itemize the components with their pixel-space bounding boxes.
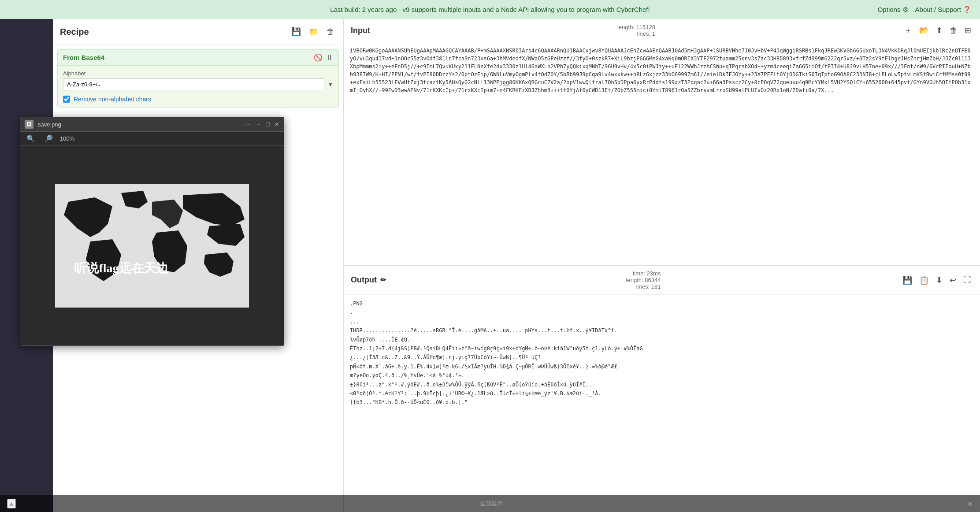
output-lines-value: 181 — [651, 283, 661, 290]
output-line: <Ø³oô¦Ó³.*.écK¹Y²: ..þ.9ÞÎcþ[.¿}'ÜB©~K¿.… — [350, 389, 974, 398]
output-save-icon: 💾 — [902, 276, 912, 285]
recipe-save-button[interactable]: 💾 — [290, 25, 303, 38]
operation-body: Alphabet ▼ Remove non-alphabet chars — [58, 66, 338, 107]
recipe-title: Recipe — [60, 27, 89, 37]
input-stats: length: 115128 lines: 1 — [617, 24, 655, 37]
input-length-value: 115128 — [636, 24, 655, 30]
folder-icon: 📁 — [309, 27, 319, 36]
checkbox-row: Remove non-alphabet chars — [63, 96, 333, 103]
grid-icon: ⊞ — [965, 26, 971, 35]
output-length-stat: length: 86344 — [626, 277, 661, 283]
alphabet-label: Alphabet — [63, 70, 333, 77]
block-icon: 🚫 — [314, 54, 323, 61]
input-lines-value: 1 — [652, 30, 655, 37]
output-content[interactable]: .PNG....IHDR...............?é.....sRGB.°… — [344, 295, 980, 512]
input-lines-label: lines: — [637, 30, 652, 37]
pause-icon: ⏸ — [326, 54, 333, 61]
wand-icon[interactable]: ✏ — [380, 276, 386, 284]
right-panels: Input length: 115128 lines: 1 ＋ 📂 — [344, 19, 980, 512]
output-line: ÊThz..1¡2÷7.d(4j&S¦PB#.¹QsiÐLQ4Ëïï»z°ã~ï… — [350, 344, 974, 353]
input-add-button[interactable]: ＋ — [902, 23, 914, 37]
zoom-in-icon: 🔎 — [44, 135, 53, 142]
recipe-folder-button[interactable]: 📁 — [307, 25, 320, 38]
download-icon: ⬇ — [936, 276, 943, 285]
options-link[interactable]: Options ⚙ — [878, 6, 908, 14]
output-line: ... — [350, 317, 974, 326]
image-viewer: 🖼 save.png ··· － □ ✕ 🔍 🔎 100% — [20, 117, 284, 346]
output-expand-button[interactable]: ⛶ — [961, 274, 973, 286]
folder-open-icon: 📂 — [919, 26, 929, 35]
output-toolbar: 💾 📋 ⬇ ↩ ⛶ — [901, 274, 973, 287]
copy-icon: 📋 — [919, 276, 929, 285]
output-title: Output ✏ — [351, 275, 386, 285]
about-link[interactable]: About / Support ❓ — [915, 6, 971, 14]
output-download-button[interactable]: ⬇ — [934, 274, 944, 287]
output-line: pÑ<öt.m.X`.âG÷.ë.y.1.É%.4x]w]³æ.k6./½xIÃ… — [350, 362, 974, 371]
remove-nonalpha-label: Remove non-alphabet chars — [74, 96, 151, 103]
recipe-delete-button[interactable]: 🗑 — [325, 25, 336, 38]
operation-header: From Base64 🚫 ⏸ — [58, 50, 338, 66]
viewer-zoom-in-button[interactable]: 🔎 — [42, 134, 55, 144]
input-toolbar: ＋ 📂 ⬆ 🗑 ⊞ — [902, 23, 973, 37]
zoom-out-icon: 🔍 — [26, 135, 35, 142]
input-grid-button[interactable]: ⊞ — [963, 24, 973, 37]
viewer-file-icon: 🖼 — [25, 120, 33, 129]
bottom-bar: ▲ 全部显示 ✕ — [0, 495, 980, 512]
output-save-button[interactable]: 💾 — [901, 274, 914, 287]
output-line: ¿...¿[Î3Æ.c&..Z..&9..Ý.ÂÛÞö¶æ¦.nj.ÿig77Û… — [350, 353, 974, 362]
output-title-text: Output — [351, 275, 377, 285]
input-title: Input — [351, 26, 370, 35]
viewer-zoom-out-button[interactable]: 🔍 — [25, 134, 37, 144]
output-copy-button[interactable]: 📋 — [917, 274, 931, 287]
save-icon: 💾 — [291, 27, 301, 36]
output-lines-label: lines: — [636, 283, 650, 290]
svg-text:听说flag远在天边: 听说flag远在天边 — [74, 261, 168, 275]
clear-icon: 🗑 — [950, 26, 958, 35]
banner-text: Last build: 2 years ago - v9 supports mu… — [330, 6, 650, 13]
operation-block-button[interactable]: 🚫 — [314, 53, 323, 62]
input-length-label: length: — [617, 24, 636, 30]
help-icon: ❓ — [963, 6, 971, 13]
scroll-up-button[interactable]: ▲ — [7, 499, 16, 508]
png-image-svg: 听说flag远在天边 — [55, 184, 249, 308]
gear-icon: ⚙ — [902, 6, 908, 13]
viewer-filename: save.png — [38, 121, 241, 128]
trash-icon: 🗑 — [327, 27, 334, 36]
viewer-image-area: 听说flag远在天边 — [20, 146, 284, 345]
output-lines-stat: lines: 181 — [626, 283, 661, 290]
viewer-more-button[interactable]: ··· — [246, 121, 251, 128]
input-clear-button[interactable]: 🗑 — [948, 24, 959, 37]
output-line: . — [350, 308, 974, 317]
plus-icon: ＋ — [904, 26, 912, 35]
input-content[interactable]: iVBORw0KGgoAAAANSUhEUgAAApMAAAGQCAYAAAB/… — [344, 42, 980, 265]
output-length-value: 86344 — [645, 277, 661, 283]
output-line: %vÕøp7öh ....ÎE.¢Q. — [350, 335, 974, 344]
output-line: .PNG — [350, 299, 974, 308]
recipe-toolbar: 💾 📁 🗑 — [290, 25, 336, 38]
recipe-header: Recipe 💾 📁 🗑 — [53, 19, 343, 45]
top-banner: Last build: 2 years ago - v9 supports mu… — [0, 0, 980, 19]
image-file-icon: 🖼 — [26, 121, 32, 127]
output-header: Output ✏ time: 23ms length: 86344 lines:… — [344, 266, 980, 295]
input-upload-button[interactable]: ⬆ — [934, 24, 944, 37]
viewer-minimize-button[interactable]: － — [256, 120, 262, 128]
bottom-close-button[interactable]: ✕ — [967, 500, 973, 508]
input-folder-button[interactable]: 📂 — [917, 24, 931, 37]
operation-card: From Base64 🚫 ⏸ Alphabet ▼ — [57, 49, 339, 108]
input-lines-stat: lines: 1 — [617, 30, 655, 37]
viewer-maximize-button[interactable]: □ — [266, 121, 270, 128]
alphabet-input[interactable] — [63, 78, 324, 90]
output-stats: time: 23ms length: 86344 lines: 181 — [626, 270, 661, 290]
remove-nonalpha-checkbox[interactable] — [63, 96, 70, 103]
viewer-titlebar: 🖼 save.png ··· － □ ✕ — [20, 117, 284, 132]
dropdown-arrow-icon[interactable]: ▼ — [328, 82, 333, 88]
show-all-link[interactable]: 全部显示 — [480, 500, 503, 508]
operation-pause-button[interactable]: ⏸ — [326, 53, 333, 62]
show-all-text: 全部显示 — [480, 500, 503, 507]
output-line: m?yéOo.ÿøÇ.4.ð../%¸YvÙe.'<á %°ú¢.³». — [350, 371, 974, 380]
input-panel: Input length: 115128 lines: 1 ＋ 📂 — [344, 19, 980, 266]
output-undo-button[interactable]: ↩ — [948, 274, 958, 287]
operation-title: From Base64 — [63, 54, 104, 61]
output-line: IHDR...............?é.....sRGB.°Î.é....g… — [350, 326, 974, 335]
viewer-close-button[interactable]: ✕ — [274, 121, 279, 128]
